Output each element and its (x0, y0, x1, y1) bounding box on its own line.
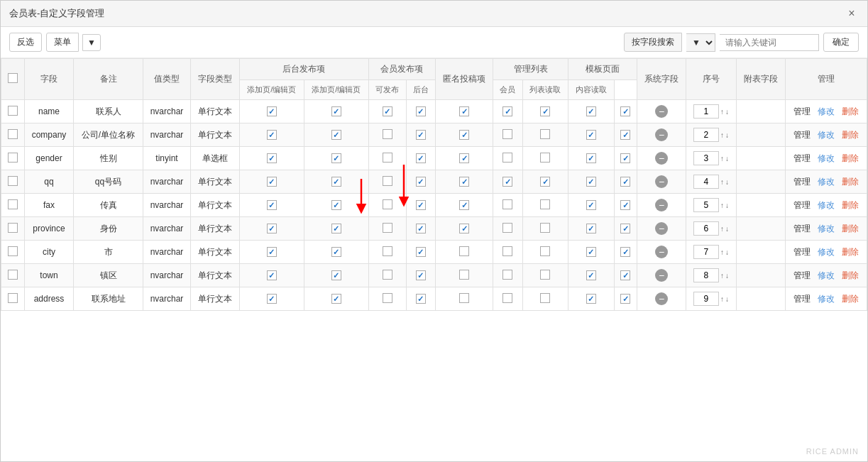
mgr-mb-cb[interactable] (522, 241, 568, 264)
anon-pub-cb[interactable] (435, 287, 493, 311)
edit-link[interactable]: 修改 (818, 106, 835, 116)
mgr-mb-cb[interactable] (522, 194, 568, 217)
checkbox[interactable] (502, 270, 512, 280)
manage-link[interactable]: 管理 (793, 200, 811, 210)
checkbox[interactable] (586, 200, 596, 210)
checkbox[interactable] (459, 246, 469, 256)
edit-link[interactable]: 修改 (818, 270, 835, 280)
checkbox[interactable] (416, 130, 426, 140)
row-checkbox[interactable] (8, 270, 18, 280)
search-type-button[interactable]: 按字段搜索 (624, 33, 682, 52)
checkbox[interactable] (416, 270, 426, 280)
bg-edit-cb[interactable] (304, 217, 368, 241)
checkbox[interactable] (586, 153, 596, 163)
mgr-bg-cb[interactable] (493, 241, 522, 264)
checkbox[interactable] (502, 246, 512, 256)
minus-icon[interactable]: − (655, 105, 668, 118)
bg-edit-cb[interactable] (304, 100, 368, 123)
tpl-content-cb[interactable] (614, 264, 637, 287)
checkbox[interactable] (267, 247, 277, 257)
checkbox[interactable] (267, 294, 277, 304)
checkbox[interactable] (383, 199, 392, 209)
checkbox[interactable] (540, 177, 550, 187)
delete-link[interactable]: 删除 (842, 247, 859, 257)
manage-link[interactable]: 管理 (793, 270, 811, 280)
minus-icon[interactable]: − (655, 152, 668, 165)
checkbox[interactable] (502, 177, 512, 187)
manage-link[interactable]: 管理 (793, 294, 811, 304)
checkbox[interactable] (586, 177, 596, 187)
checkbox[interactable] (383, 223, 392, 233)
bg-edit-cb[interactable] (304, 123, 368, 147)
checkbox[interactable] (383, 176, 392, 186)
row-checkbox[interactable] (8, 246, 18, 256)
anon-pub-cb[interactable] (435, 217, 493, 241)
minus-icon[interactable]: − (655, 199, 668, 211)
mb-edit-cb[interactable] (406, 147, 435, 170)
checkbox[interactable] (620, 200, 630, 210)
checkbox[interactable] (331, 130, 341, 140)
checkbox[interactable] (540, 106, 550, 116)
checkbox[interactable] (502, 223, 512, 233)
checkbox[interactable] (331, 106, 341, 116)
mb-add-cb[interactable] (368, 241, 406, 264)
bg-add-cb[interactable] (239, 241, 304, 264)
manage-link[interactable]: 管理 (793, 130, 811, 140)
bg-add-cb[interactable] (239, 217, 304, 241)
mb-edit-cb[interactable] (406, 287, 435, 311)
checkbox[interactable] (459, 130, 469, 140)
seq-down-arrow[interactable]: ↓ (725, 108, 729, 116)
mgr-mb-cb[interactable] (522, 170, 568, 194)
mb-edit-cb[interactable] (406, 217, 435, 241)
delete-link[interactable]: 删除 (842, 153, 859, 163)
seq-up-arrow[interactable]: ↑ (720, 155, 724, 163)
minus-icon[interactable]: − (655, 128, 668, 141)
checkbox[interactable] (416, 294, 426, 304)
checkbox[interactable] (502, 153, 512, 163)
tpl-content-cb[interactable] (614, 241, 637, 264)
checkbox[interactable] (586, 270, 596, 280)
checkbox[interactable] (383, 293, 392, 303)
checkbox[interactable] (267, 200, 277, 210)
seq-down-arrow[interactable]: ↓ (725, 155, 729, 163)
anon-pub-cb[interactable] (435, 123, 493, 147)
tpl-list-cb[interactable] (568, 217, 614, 241)
checkbox[interactable] (416, 247, 426, 257)
tpl-list-cb[interactable] (568, 147, 614, 170)
row-checkbox[interactable] (8, 293, 18, 303)
seq-up-arrow[interactable]: ↑ (720, 225, 724, 233)
seq-down-arrow[interactable]: ↓ (725, 131, 729, 139)
tpl-list-cb[interactable] (568, 194, 614, 217)
checkbox[interactable] (620, 153, 630, 163)
anon-pub-cb[interactable] (435, 241, 493, 264)
checkbox[interactable] (586, 106, 596, 116)
tpl-content-cb[interactable] (614, 100, 637, 123)
mb-add-cb[interactable] (368, 287, 406, 311)
close-button[interactable]: × (845, 6, 859, 21)
edit-link[interactable]: 修改 (818, 247, 835, 257)
bg-add-cb[interactable] (239, 100, 304, 123)
tpl-list-cb[interactable] (568, 123, 614, 147)
bg-add-cb[interactable] (239, 170, 304, 194)
checkbox[interactable] (620, 294, 630, 304)
checkbox[interactable] (620, 270, 630, 280)
seq-up-arrow[interactable]: ↑ (720, 248, 724, 256)
mgr-bg-cb[interactable] (493, 170, 522, 194)
edit-link[interactable]: 修改 (818, 177, 835, 187)
manage-link[interactable]: 管理 (793, 247, 811, 257)
checkbox[interactable] (620, 224, 630, 233)
seq-input[interactable] (693, 292, 719, 306)
checkbox[interactable] (620, 130, 630, 140)
seq-input[interactable] (693, 198, 719, 212)
row-checkbox[interactable] (8, 176, 18, 186)
manage-link[interactable]: 管理 (793, 106, 811, 116)
seq-down-arrow[interactable]: ↓ (725, 272, 729, 280)
search-dropdown[interactable]: ▼ (686, 33, 715, 52)
mgr-bg-cb[interactable] (493, 147, 522, 170)
row-checkbox[interactable] (8, 199, 18, 209)
mb-add-cb[interactable] (368, 100, 406, 123)
tpl-content-cb[interactable] (614, 123, 637, 147)
seq-down-arrow[interactable]: ↓ (725, 295, 729, 303)
row-checkbox[interactable] (8, 129, 18, 139)
mb-add-cb[interactable] (368, 217, 406, 241)
